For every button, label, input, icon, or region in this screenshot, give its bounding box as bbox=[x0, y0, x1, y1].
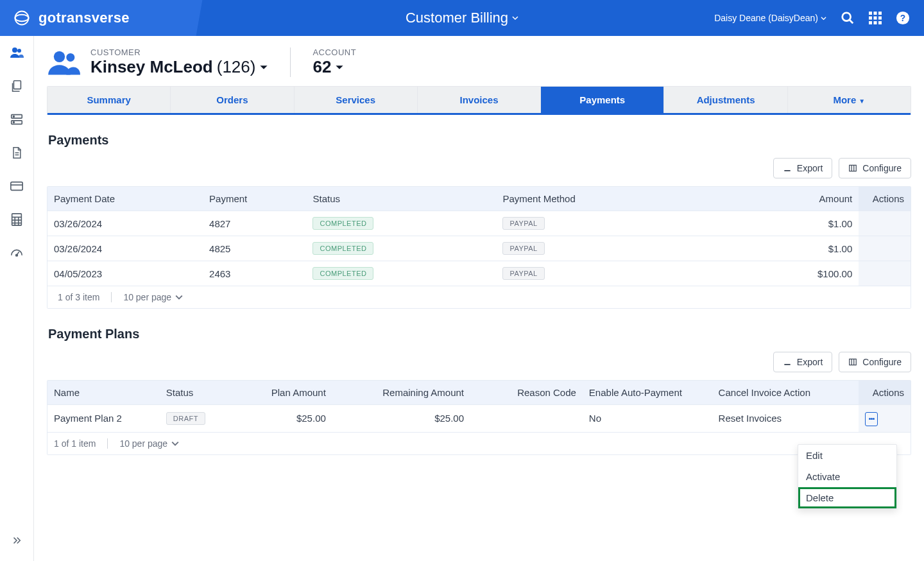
sidebar-item-dashboard[interactable] bbox=[9, 245, 24, 261]
svg-rect-10 bbox=[869, 21, 872, 24]
svg-text:?: ? bbox=[900, 13, 905, 23]
users-icon bbox=[47, 47, 80, 77]
col-cancel-action[interactable]: Cancel Invoice Action bbox=[712, 381, 859, 404]
payments-export-button[interactable]: Export bbox=[773, 158, 832, 178]
credit-card-icon bbox=[10, 179, 24, 193]
account-number: 62 bbox=[312, 57, 331, 77]
col-actions[interactable]: Actions bbox=[859, 187, 911, 211]
status-badge: COMPLETED bbox=[312, 217, 373, 230]
sidebar-item-calculator[interactable] bbox=[9, 212, 24, 227]
sidebar-item-customers[interactable] bbox=[9, 45, 24, 60]
users-icon bbox=[9, 44, 24, 61]
payments-pager-count: 1 of 3 item bbox=[58, 292, 99, 302]
customer-name: Kinsey McLeod bbox=[90, 57, 213, 77]
server-icon bbox=[10, 112, 24, 126]
user-menu[interactable]: Daisy Deane (DaisyDean) bbox=[714, 13, 826, 23]
menu-item-delete[interactable]: Delete bbox=[798, 487, 896, 508]
tab-payments[interactable]: Payments bbox=[540, 87, 663, 113]
chevron-right-double-icon bbox=[11, 535, 22, 546]
logo-icon bbox=[13, 9, 31, 27]
menu-item-activate[interactable]: Activate bbox=[798, 466, 896, 487]
payments-table: Payment Date Payment Status Payment Meth… bbox=[47, 186, 911, 309]
svg-rect-36 bbox=[850, 165, 857, 171]
svg-rect-39 bbox=[850, 359, 857, 365]
app-name: gotransverse bbox=[38, 10, 130, 26]
apps-button[interactable] bbox=[869, 12, 882, 24]
plans-pager-count: 1 of 1 item bbox=[54, 438, 96, 449]
method-badge: PAYPAL bbox=[502, 267, 544, 280]
customer-selector[interactable]: CUSTOMER Kinsey McLeod (126) bbox=[47, 47, 268, 77]
columns-icon bbox=[848, 358, 857, 367]
sidebar-item-data[interactable] bbox=[9, 112, 24, 127]
svg-rect-24 bbox=[11, 182, 22, 191]
plans-export-button[interactable]: Export bbox=[773, 352, 832, 372]
method-badge: PAYPAL bbox=[502, 217, 544, 230]
top-bar: gotransverse Customer Billing Daisy Dean… bbox=[0, 0, 924, 36]
table-row: 03/26/2024 4827 COMPLETED PAYPAL $1.00 bbox=[47, 211, 911, 236]
svg-rect-6 bbox=[878, 12, 882, 15]
customer-count: (126) bbox=[217, 57, 256, 77]
help-button[interactable]: ? bbox=[896, 11, 910, 25]
tab-invoices[interactable]: Invoices bbox=[417, 87, 540, 113]
search-icon bbox=[841, 11, 855, 25]
caret-down-icon bbox=[821, 15, 826, 21]
tab-services[interactable]: Services bbox=[294, 87, 417, 113]
payments-configure-button[interactable]: Configure bbox=[839, 158, 911, 178]
svg-point-20 bbox=[13, 116, 15, 117]
svg-rect-5 bbox=[874, 12, 877, 15]
row-actions-button[interactable] bbox=[865, 412, 878, 426]
svg-rect-7 bbox=[869, 17, 872, 20]
calculator-icon bbox=[10, 212, 24, 227]
col-plan-amount[interactable]: Plan Amount bbox=[228, 381, 332, 404]
col-payment-date[interactable]: Payment Date bbox=[47, 187, 203, 211]
menu-item-edit[interactable]: Edit bbox=[798, 445, 896, 466]
col-amount[interactable]: Amount bbox=[712, 187, 859, 211]
col-reason[interactable]: Reason Code bbox=[470, 381, 583, 404]
account-selector[interactable]: ACCOUNT 62 bbox=[312, 47, 356, 77]
caret-down-icon bbox=[259, 63, 268, 72]
help-icon: ? bbox=[896, 11, 910, 25]
plans-per-page[interactable]: 10 per page bbox=[119, 438, 179, 449]
section-dropdown[interactable]: Customer Billing bbox=[406, 10, 518, 26]
copy-icon bbox=[10, 79, 24, 93]
document-icon bbox=[10, 146, 23, 160]
col-method[interactable]: Payment Method bbox=[496, 187, 712, 211]
chevron-down-icon bbox=[175, 293, 183, 301]
svg-point-34 bbox=[54, 51, 65, 62]
tab-bar: Summary Orders Services Invoices Payment… bbox=[47, 86, 911, 115]
status-badge: COMPLETED bbox=[312, 267, 373, 280]
svg-point-21 bbox=[13, 122, 15, 123]
account-label: ACCOUNT bbox=[312, 47, 356, 57]
logo[interactable]: gotransverse bbox=[0, 0, 142, 36]
sidebar-item-copy[interactable] bbox=[9, 78, 24, 94]
col-payment[interactable]: Payment bbox=[203, 187, 306, 211]
payments-per-page[interactable]: 10 per page bbox=[123, 292, 183, 302]
svg-rect-12 bbox=[878, 21, 882, 24]
col-remaining[interactable]: Remaining Amount bbox=[332, 381, 470, 404]
svg-line-3 bbox=[850, 20, 853, 24]
sidebar-expand[interactable] bbox=[9, 533, 24, 548]
sidebar-item-document[interactable] bbox=[9, 145, 24, 160]
svg-rect-17 bbox=[13, 81, 21, 89]
download-icon bbox=[783, 164, 792, 173]
plans-configure-button[interactable]: Configure bbox=[839, 352, 911, 372]
col-name[interactable]: Name bbox=[47, 381, 160, 404]
tab-adjustments[interactable]: Adjustments bbox=[663, 87, 787, 113]
search-button[interactable] bbox=[841, 11, 855, 25]
gauge-icon bbox=[10, 246, 24, 260]
col-autopay[interactable]: Enable Auto-Payment bbox=[583, 381, 712, 404]
svg-point-16 bbox=[17, 49, 21, 53]
status-badge: DRAFT bbox=[166, 412, 205, 425]
tab-summary[interactable]: Summary bbox=[47, 87, 170, 113]
svg-point-2 bbox=[843, 13, 851, 21]
svg-rect-9 bbox=[878, 17, 882, 20]
sidebar-item-card[interactable] bbox=[9, 178, 24, 194]
col-actions[interactable]: Actions bbox=[859, 381, 911, 404]
status-badge: COMPLETED bbox=[312, 242, 373, 255]
col-status[interactable]: Status bbox=[306, 187, 496, 211]
chevron-down-icon bbox=[171, 440, 179, 447]
col-status[interactable]: Status bbox=[160, 381, 229, 404]
download-icon bbox=[783, 358, 792, 367]
tab-more[interactable]: More▼ bbox=[787, 87, 911, 113]
tab-orders[interactable]: Orders bbox=[170, 87, 293, 113]
